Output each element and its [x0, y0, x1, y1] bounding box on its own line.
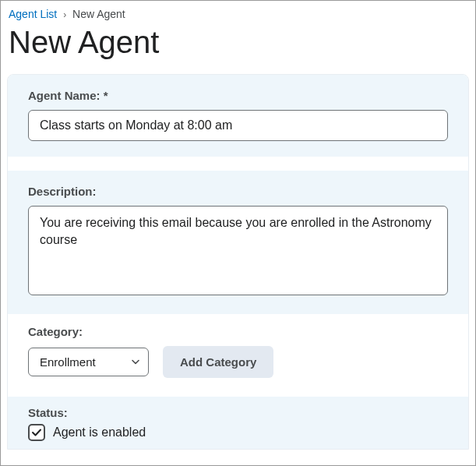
- agent-name-label: Agent Name: *: [28, 89, 448, 102]
- form-panel: Agent Name: * Description: You are recei…: [7, 74, 469, 450]
- breadcrumb: Agent List › New Agent: [1, 1, 475, 23]
- add-category-button[interactable]: Add Category: [163, 346, 273, 378]
- page-title: New Agent: [9, 25, 467, 60]
- description-label: Description:: [28, 185, 448, 198]
- checkmark-icon: [31, 427, 42, 438]
- agent-name-block: Agent Name: *: [8, 75, 468, 157]
- spacer: [8, 157, 468, 171]
- app-frame: Agent List › New Agent New Agent Agent N…: [0, 0, 476, 466]
- category-select[interactable]: Enrollment: [28, 348, 149, 376]
- agent-enabled-label: Agent is enabled: [53, 425, 146, 440]
- agent-enabled-checkbox[interactable]: [28, 424, 45, 441]
- category-selected-value: Enrollment: [40, 355, 96, 369]
- chevron-down-icon: [131, 355, 140, 369]
- breadcrumb-separator: ›: [63, 9, 66, 20]
- spacer: [8, 383, 468, 397]
- status-checkbox-row: Agent is enabled: [28, 424, 448, 441]
- status-block: Status: Agent is enabled: [8, 397, 468, 449]
- breadcrumb-parent-link[interactable]: Agent List: [9, 8, 57, 20]
- status-label: Status:: [28, 406, 448, 419]
- agent-name-input[interactable]: [28, 110, 448, 141]
- description-block: Description: You are receiving this emai…: [8, 171, 468, 314]
- description-input[interactable]: You are receiving this email because you…: [28, 206, 448, 295]
- category-label: Category:: [28, 325, 448, 338]
- category-row: Enrollment Add Category: [28, 346, 448, 378]
- breadcrumb-current: New Agent: [72, 8, 125, 20]
- category-block: Category: Enrollment Add Category: [8, 314, 468, 383]
